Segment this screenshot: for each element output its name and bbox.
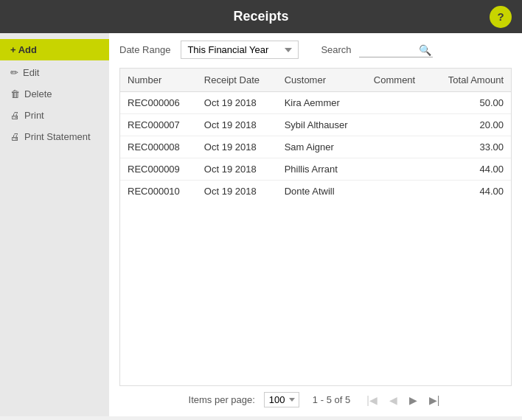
- table-row[interactable]: REC000006 Oct 19 2018 Kira Aemmer 50.00: [120, 92, 511, 114]
- cell-total-amount: 44.00: [431, 181, 511, 203]
- cell-receipt-date: Oct 19 2018: [197, 181, 277, 203]
- cell-comment: [366, 136, 431, 158]
- print-statement-icon: 🖨: [10, 131, 20, 142]
- search-wrapper: 🔍: [359, 43, 433, 57]
- col-customer: Customer: [277, 69, 366, 92]
- toolbar-row: Date Range This Financial Year Last Fina…: [119, 41, 512, 59]
- print-icon: 🖨: [10, 110, 20, 121]
- cell-number: REC000007: [120, 114, 197, 136]
- table-row[interactable]: REC000010 Oct 19 2018 Donte Atwill 44.00: [120, 181, 511, 203]
- search-label: Search: [321, 44, 351, 55]
- cell-total-amount: 33.00: [431, 136, 511, 158]
- prev-page-button[interactable]: ◀: [386, 393, 400, 407]
- first-page-button[interactable]: |◀: [363, 393, 380, 407]
- cell-customer: Sybil Althauser: [277, 114, 366, 136]
- next-page-button[interactable]: ▶: [406, 393, 420, 407]
- page-title: Receipts: [233, 9, 288, 24]
- col-comment: Comment: [366, 69, 431, 92]
- last-page-button[interactable]: ▶|: [426, 393, 443, 407]
- page-info: 1 - 5 of 5: [313, 394, 350, 405]
- receipts-table: Number Receipt Date Customer Comment Tot…: [120, 69, 511, 202]
- help-button[interactable]: ?: [490, 6, 512, 28]
- cell-total-amount: 50.00: [431, 92, 511, 114]
- print-button[interactable]: 🖨 Print: [0, 105, 109, 126]
- cell-number: REC000008: [120, 136, 197, 158]
- receipts-table-container: Number Receipt Date Customer Comment Tot…: [119, 68, 512, 386]
- cell-receipt-date: Oct 19 2018: [197, 114, 277, 136]
- table-header-row: Number Receipt Date Customer Comment Tot…: [120, 69, 511, 92]
- cell-customer: Sam Aigner: [277, 136, 366, 158]
- cell-customer: Kira Aemmer: [277, 92, 366, 114]
- table-row[interactable]: REC000009 Oct 19 2018 Phillis Arrant 44.…: [120, 158, 511, 181]
- trash-icon: 🗑: [10, 88, 20, 99]
- print-statement-button[interactable]: 🖨 Print Statement: [0, 126, 109, 147]
- content-area: Date Range This Financial Year Last Fina…: [109, 33, 522, 416]
- edit-icon: ✏: [10, 67, 18, 78]
- sidebar: + Add ✏ Edit 🗑 Delete 🖨 Print 🖨 Print St…: [0, 33, 109, 416]
- cell-comment: [366, 158, 431, 181]
- col-receipt-date: Receipt Date: [197, 69, 277, 92]
- cell-receipt-date: Oct 19 2018: [197, 158, 277, 181]
- page-header: Receipts ?: [0, 0, 522, 33]
- items-per-page-label: Items per page:: [189, 394, 255, 405]
- table-row[interactable]: REC000008 Oct 19 2018 Sam Aigner 33.00: [120, 136, 511, 158]
- date-range-select[interactable]: This Financial Year Last Financial Year …: [181, 41, 299, 59]
- cell-total-amount: 44.00: [431, 158, 511, 181]
- cell-number: REC000010: [120, 181, 197, 203]
- cell-comment: [366, 114, 431, 136]
- cell-receipt-date: Oct 19 2018: [197, 136, 277, 158]
- cell-receipt-date: Oct 19 2018: [197, 92, 277, 114]
- cell-number: REC000009: [120, 158, 197, 181]
- cell-comment: [366, 92, 431, 114]
- table-row[interactable]: REC000007 Oct 19 2018 Sybil Althauser 20…: [120, 114, 511, 136]
- date-range-label: Date Range: [119, 44, 170, 55]
- cell-number: REC000006: [120, 92, 197, 114]
- items-per-page-select[interactable]: 10 25 50 100: [264, 392, 299, 407]
- cell-comment: [366, 181, 431, 203]
- cell-customer: Phillis Arrant: [277, 158, 366, 181]
- col-total-amount: Total Amount: [431, 69, 511, 92]
- cell-customer: Donte Atwill: [277, 181, 366, 203]
- col-number: Number: [120, 69, 197, 92]
- cell-total-amount: 20.00: [431, 114, 511, 136]
- pagination-row: Items per page: 10 25 50 100 1 - 5 of 5 …: [119, 386, 512, 409]
- delete-button[interactable]: 🗑 Delete: [0, 83, 109, 105]
- edit-button[interactable]: ✏ Edit: [0, 62, 109, 83]
- search-icon: 🔍: [419, 44, 431, 56]
- add-button[interactable]: + Add: [0, 39, 109, 60]
- main-layout: + Add ✏ Edit 🗑 Delete 🖨 Print 🖨 Print St…: [0, 33, 522, 416]
